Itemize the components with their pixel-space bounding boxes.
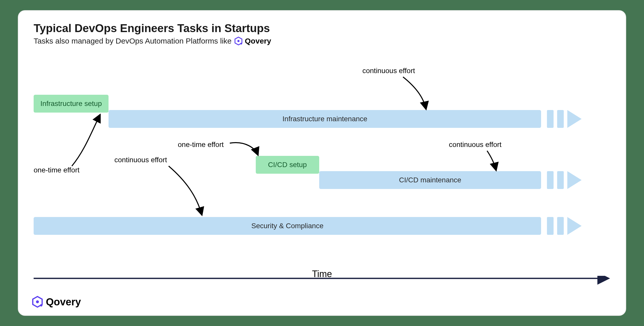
subtitle: Tasks also managed by DevOps Automation … [34, 37, 610, 45]
timeline-chart: Infrastructure setup Infrastructure main… [34, 64, 610, 269]
qovery-logo-footer: Qovery [32, 296, 81, 308]
time-axis: Time [34, 264, 610, 286]
arrows-overlay [34, 64, 610, 269]
svg-point-5 [36, 300, 39, 303]
page-title: Typical DevOps Engineers Tasks in Startu… [34, 22, 610, 35]
qovery-hex-icon [32, 296, 43, 308]
qovery-hex-icon [234, 37, 243, 45]
diagram-card: Typical DevOps Engineers Tasks in Startu… [18, 10, 626, 316]
brand-name: Qovery [46, 296, 81, 308]
svg-point-1 [237, 40, 240, 42]
axis-label: Time [34, 269, 610, 279]
svg-point-2 [240, 43, 242, 45]
subtitle-text: Tasks also managed by DevOps Automation … [34, 37, 232, 45]
brand-name: Qovery [245, 37, 271, 45]
qovery-logo-inline: Qovery [234, 37, 271, 45]
svg-point-6 [40, 304, 42, 306]
